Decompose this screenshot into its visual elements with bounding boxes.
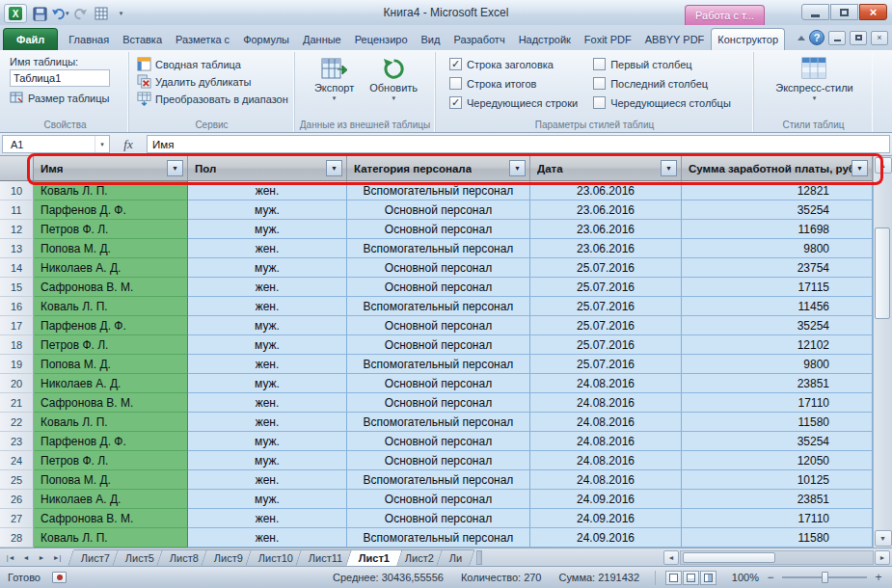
filter-dropdown-button[interactable]: ▼ (326, 160, 342, 176)
cell-salary[interactable]: 12050 (682, 451, 873, 470)
cell-salary[interactable]: 12102 (682, 335, 873, 355)
cell-date[interactable]: 24.08.2016 (530, 374, 682, 393)
cell-gender[interactable]: жен. (188, 509, 347, 528)
next-sheet-button[interactable]: ► (34, 550, 49, 565)
cell-category[interactable]: Основной персонал (347, 220, 530, 239)
cell-category[interactable]: Основной персонал (347, 393, 530, 413)
undo-button[interactable]: ▾ (51, 5, 69, 22)
cell-salary[interactable]: 17110 (682, 393, 873, 413)
ribbon-tab[interactable]: Foxit PDF (578, 28, 638, 50)
cell-name[interactable]: Коваль Л. П. (34, 528, 188, 548)
cell-name[interactable]: Коваль Л. П. (34, 297, 188, 316)
cell-name[interactable]: Коваль Л. П. (34, 181, 188, 200)
tab-splitter-handle[interactable] (476, 550, 482, 565)
qat-customize-dropdown[interactable]: ▾ (113, 5, 130, 22)
normal-view-button[interactable] (665, 571, 682, 585)
cell-gender[interactable]: жен. (188, 470, 347, 490)
ribbon-tab[interactable]: Данные (296, 28, 348, 50)
zoom-out-button[interactable]: − (765, 571, 776, 584)
save-button[interactable] (31, 5, 48, 22)
cell-gender[interactable]: муж. (188, 258, 347, 278)
table-style-option[interactable]: Первый столбец (593, 58, 731, 70)
last-sheet-button[interactable]: ►| (49, 550, 65, 565)
workbook-restore-button[interactable] (850, 31, 867, 45)
cell-gender[interactable]: жен. (188, 355, 347, 374)
horizontal-scroll-thumb[interactable] (683, 552, 775, 563)
zoom-in-button[interactable]: + (873, 571, 884, 584)
workbook-close-button[interactable]: × (871, 31, 888, 45)
cell-category[interactable]: Основной персонал (347, 200, 530, 220)
row-number[interactable]: 19 (0, 355, 34, 374)
help-icon[interactable]: ? (809, 30, 824, 45)
row-number[interactable]: 26 (0, 490, 34, 509)
cell-gender[interactable]: муж. (188, 220, 347, 239)
table-style-option[interactable]: Чередующиеся столбцы (593, 96, 731, 109)
ribbon-tab[interactable]: Формулы (236, 28, 296, 50)
cell-category[interactable]: Основной персонал (347, 316, 530, 335)
cell-salary[interactable]: 35254 (682, 432, 873, 451)
remove-duplicates-button[interactable]: Удалить дубликаты (137, 74, 288, 89)
workbook-minimize-button[interactable] (828, 31, 846, 45)
row-number[interactable]: 25 (0, 470, 34, 490)
ribbon-tab[interactable]: Рецензиро (348, 28, 415, 50)
cell-date[interactable]: 25.07.2016 (530, 335, 682, 355)
cell-date[interactable]: 24.09.2016 (530, 490, 682, 509)
scroll-right-button[interactable]: ► (875, 550, 890, 565)
zoom-level[interactable]: 100% (728, 572, 759, 583)
cell-name[interactable]: Сафронова В. М. (34, 509, 188, 528)
pivot-table-button[interactable]: Сводная таблица (137, 57, 288, 71)
cell-name[interactable]: Парфенов Д. Ф. (34, 316, 188, 335)
cell-gender[interactable]: жен. (188, 181, 347, 200)
scroll-down-button[interactable]: ▼ (875, 530, 892, 547)
table-name-input[interactable] (10, 69, 110, 87)
row-number[interactable]: 11 (0, 200, 34, 220)
cell-name[interactable]: Петров Ф. Л. (34, 451, 188, 470)
cell-date[interactable]: 24.08.2016 (530, 451, 682, 470)
ribbon-tab[interactable]: Вставка (116, 28, 169, 50)
cell-gender[interactable]: жен. (188, 297, 347, 316)
row-number[interactable]: 16 (0, 297, 34, 316)
convert-to-range-button[interactable]: Преобразовать в диапазон (137, 92, 288, 106)
cell-salary[interactable]: 35254 (682, 200, 873, 220)
row-number[interactable]: 22 (0, 413, 34, 432)
cell-category[interactable]: Вспомогательный персонал (347, 413, 530, 432)
cell-category[interactable]: Основной персонал (347, 374, 530, 393)
cell-gender[interactable]: жен. (188, 239, 347, 258)
filter-dropdown-button[interactable]: ▼ (509, 160, 526, 176)
cell-date[interactable]: 25.07.2016 (530, 258, 682, 278)
cell-date[interactable]: 23.06.2016 (530, 181, 682, 200)
cell-gender[interactable]: муж. (188, 200, 347, 220)
cell-name[interactable]: Петров Ф. Л. (34, 335, 188, 355)
ribbon-tab[interactable]: Конструктор (711, 28, 785, 50)
cell-gender[interactable]: жен. (188, 413, 347, 432)
cell-salary[interactable]: 11580 (682, 528, 873, 548)
page-break-view-button[interactable] (700, 571, 716, 585)
row-number[interactable]: 18 (0, 335, 34, 355)
cell-name[interactable]: Попова М. Д. (34, 470, 188, 490)
cell-salary[interactable]: 10125 (682, 470, 873, 490)
cell-salary[interactable]: 35254 (682, 316, 873, 335)
cell-category[interactable]: Основной персонал (347, 490, 530, 509)
table-header-cell[interactable]: Сумма заработной платы, руб ▼ (682, 156, 873, 181)
cell-name[interactable]: Коваль Л. П. (34, 413, 188, 432)
zoom-slider[interactable] (782, 576, 867, 578)
ribbon-tab[interactable]: Главная (62, 28, 116, 50)
row-number[interactable]: 15 (0, 278, 34, 297)
row-number[interactable]: 12 (0, 220, 34, 239)
zoom-slider-thumb[interactable] (822, 572, 828, 583)
cell-name[interactable]: Попова М. Д. (34, 239, 188, 258)
cell-salary[interactable]: 23754 (682, 258, 873, 278)
cell-gender[interactable]: муж. (188, 335, 347, 355)
cell-salary[interactable]: 23851 (682, 490, 873, 509)
macro-record-icon[interactable] (52, 572, 67, 583)
ribbon-tab[interactable]: Разметка с (169, 28, 236, 50)
cell-name[interactable]: Сафронова В. М. (34, 393, 188, 413)
cell-date[interactable]: 24.08.2016 (530, 432, 682, 451)
minimize-ribbon-icon[interactable] (797, 36, 805, 40)
sheet-tab[interactable]: Ли (436, 549, 475, 566)
cell-salary[interactable]: 11456 (682, 297, 873, 316)
cell-date[interactable]: 24.09.2016 (530, 528, 682, 548)
cell-name[interactable]: Николаев А. Д. (34, 490, 188, 509)
contextual-tab-group[interactable]: Работа с т... (685, 5, 765, 25)
cell-gender[interactable]: жен. (188, 528, 347, 548)
